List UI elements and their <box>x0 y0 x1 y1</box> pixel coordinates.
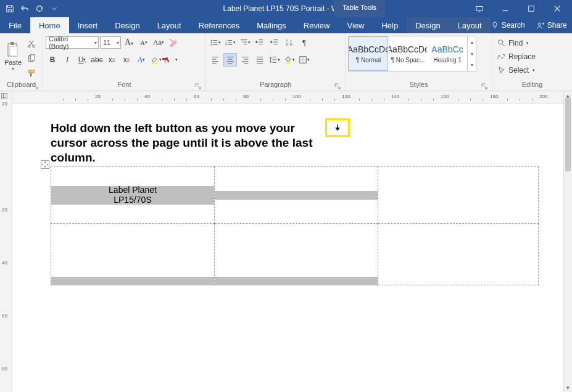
align-right-icon[interactable] <box>238 53 252 67</box>
styles-scroll-up[interactable]: ▴ <box>468 36 476 48</box>
svg-text:3: 3 <box>225 43 227 46</box>
underline-button[interactable]: U ▾ <box>75 53 89 67</box>
multilevel-list-icon[interactable]: ▾ <box>238 36 252 49</box>
horizontal-ruler[interactable]: 20406080100120140160180200 <box>12 91 563 104</box>
format-painter-icon[interactable] <box>25 67 38 80</box>
bold-button[interactable]: B <box>46 53 59 67</box>
redo-icon[interactable] <box>33 2 46 15</box>
decrease-indent-icon[interactable] <box>253 36 267 49</box>
minimize-button[interactable] <box>493 1 518 16</box>
justify-icon[interactable] <box>253 53 267 67</box>
shrink-font-icon[interactable]: A▾ <box>137 36 151 49</box>
lightbulb-icon <box>491 21 499 30</box>
style-normal[interactable]: AaBbCcDc¶ Normal <box>349 36 388 71</box>
tab-table-layout[interactable]: Layout <box>449 17 491 33</box>
table-cell[interactable] <box>378 167 539 224</box>
scroll-thumb[interactable] <box>565 97 571 171</box>
numbering-icon[interactable]: 123▾ <box>223 36 237 49</box>
show-hide-paragraph-icon[interactable]: ¶ <box>297 36 311 49</box>
select-button[interactable]: Select▾ <box>495 64 537 76</box>
save-icon[interactable] <box>4 2 16 15</box>
replace-button[interactable]: abReplace <box>495 51 538 63</box>
font-name-combo[interactable]: Calibri (Body)▾ <box>46 36 99 49</box>
align-center-icon[interactable] <box>223 53 237 67</box>
align-left-icon[interactable] <box>209 53 222 67</box>
svg-point-24 <box>499 40 503 44</box>
table-tools-context: Table Tools <box>334 0 385 17</box>
styles-expand[interactable]: ▾ <box>468 59 476 71</box>
tab-design[interactable]: Design <box>106 17 148 33</box>
font-size-combo[interactable]: 11▾ <box>100 36 121 49</box>
clipboard-dialog-launcher[interactable] <box>31 83 39 91</box>
maximize-button[interactable] <box>519 1 544 16</box>
undo-icon[interactable] <box>19 2 31 15</box>
svg-rect-12 <box>152 62 159 63</box>
grow-font-icon[interactable]: A▴ <box>122 36 136 49</box>
tab-insert[interactable]: Insert <box>69 17 107 33</box>
font-color-icon[interactable]: A▾ <box>164 53 178 67</box>
tell-me-search[interactable]: Search <box>491 21 525 30</box>
table-cell[interactable] <box>51 224 215 285</box>
clear-formatting-icon[interactable] <box>167 36 180 49</box>
tab-home[interactable]: Home <box>30 17 69 33</box>
subscript-button[interactable]: x2 <box>105 53 118 67</box>
change-case-icon[interactable]: Aa▾ <box>152 36 165 49</box>
shading-icon[interactable]: ▾ <box>283 53 296 67</box>
tab-view[interactable]: View <box>338 17 373 33</box>
paragraph-dialog-launcher[interactable] <box>334 83 341 91</box>
tab-references[interactable]: References <box>190 17 248 33</box>
table-cell[interactable] <box>215 224 378 285</box>
italic-button[interactable]: I <box>60 53 74 67</box>
qat-customize-icon[interactable] <box>48 2 60 15</box>
styles-gallery[interactable]: AaBbCcDc¶ Normal AaBbCcDc¶ No Spac... Aa… <box>348 36 476 71</box>
tab-mailings[interactable]: Mailings <box>248 17 295 33</box>
table-move-handle[interactable] <box>41 160 49 169</box>
styles-scroll-down[interactable]: ▾ <box>468 48 476 60</box>
label-table[interactable]: Label Planet LP15/70S <box>51 166 539 285</box>
editing-group-label: Editing <box>522 81 543 88</box>
table-cell[interactable] <box>378 224 539 285</box>
strikethrough-button[interactable]: abc <box>90 53 104 67</box>
font-dialog-launcher[interactable] <box>194 83 202 91</box>
cut-icon[interactable] <box>25 37 38 51</box>
share-button[interactable]: Share <box>536 21 567 30</box>
line-spacing-icon[interactable]: ▾ <box>268 53 281 67</box>
svg-rect-5 <box>10 42 14 45</box>
table-cell[interactable]: Label Planet LP15/70S <box>51 167 215 224</box>
table-cell[interactable] <box>215 167 378 224</box>
document-workspace: L 2020406080 20406080100120140160180200 … <box>0 91 563 392</box>
svg-rect-2 <box>529 6 534 12</box>
tab-file[interactable]: File <box>0 17 30 33</box>
tab-review[interactable]: Review <box>295 17 339 33</box>
superscript-button[interactable]: x2 <box>120 53 133 67</box>
style-heading-1[interactable]: AaBbCcHeading 1 <box>428 36 467 71</box>
document-canvas[interactable]: Hold down the left button as you move yo… <box>12 104 563 392</box>
sort-icon[interactable]: AZ <box>283 36 296 49</box>
borders-icon[interactable]: ▾ <box>297 53 311 67</box>
bullets-icon[interactable]: ▾ <box>209 36 222 49</box>
styles-dialog-launcher[interactable] <box>481 83 488 91</box>
highlight-color-icon[interactable]: ▾ <box>149 53 163 67</box>
tab-table-design[interactable]: Design <box>407 17 449 33</box>
style-no-spacing[interactable]: AaBbCcDc¶ No Spac... <box>388 36 428 71</box>
close-button[interactable] <box>545 1 570 16</box>
tab-layout[interactable]: Layout <box>149 17 190 33</box>
text-effects-icon[interactable]: A▾ <box>135 53 148 67</box>
paste-label: Paste <box>4 59 22 66</box>
increase-indent-icon[interactable] <box>268 36 281 49</box>
down-arrow-icon <box>334 124 341 131</box>
vertical-scrollbar[interactable]: ▴ ▾ <box>563 91 572 392</box>
vertical-ruler[interactable]: L 2020406080 <box>0 91 12 392</box>
ribbon-display-options-icon[interactable] <box>467 1 492 16</box>
svg-text:Z: Z <box>286 42 288 46</box>
share-label: Share <box>547 21 567 30</box>
find-button[interactable]: Find▾ <box>495 37 531 49</box>
svg-rect-13 <box>162 58 168 60</box>
scroll-down-button[interactable]: ▾ <box>564 383 572 392</box>
paste-button[interactable]: Paste ▾ <box>2 36 23 76</box>
copy-icon[interactable] <box>25 52 38 65</box>
svg-rect-10 <box>30 55 35 60</box>
tab-help[interactable]: Help <box>373 17 407 33</box>
tab-selector[interactable]: L <box>1 93 7 99</box>
ribbon: Paste ▾ Clipboard Calibri (Body)▾ 11▾ A▴… <box>0 33 572 91</box>
